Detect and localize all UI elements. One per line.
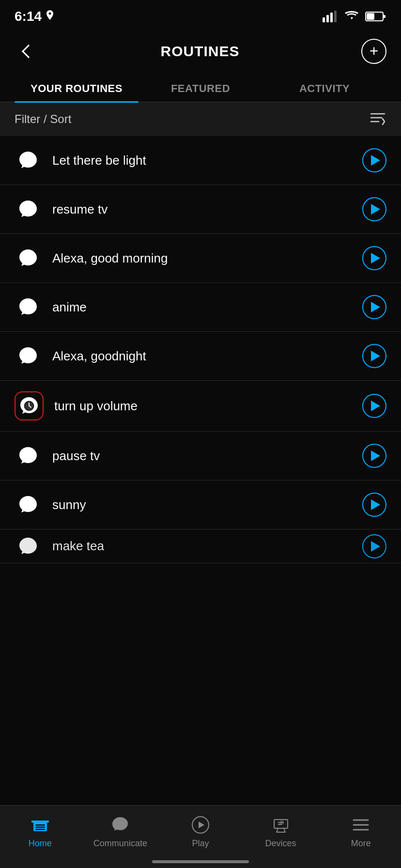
svg-rect-0 bbox=[323, 17, 325, 22]
nav-item-play[interactable]: Play bbox=[160, 814, 241, 849]
nav-item-communicate[interactable]: Communicate bbox=[80, 814, 161, 849]
routine-item[interactable]: Alexa, good morning bbox=[0, 234, 401, 283]
add-routine-button[interactable]: + bbox=[361, 39, 386, 64]
play-triangle-icon bbox=[371, 450, 380, 461]
status-icons bbox=[323, 11, 386, 22]
play-triangle-icon bbox=[371, 401, 380, 411]
tabs-bar: YOUR ROUTINES FEATURED ACTIVITY bbox=[0, 74, 401, 102]
svg-rect-5 bbox=[383, 15, 386, 18]
play-button[interactable] bbox=[362, 444, 386, 468]
play-button[interactable] bbox=[362, 493, 386, 517]
nav-label-devices: Devices bbox=[265, 838, 296, 849]
nav-label-play: Play bbox=[192, 838, 209, 849]
svg-rect-16 bbox=[46, 821, 49, 822]
routine-item[interactable]: Let there be light bbox=[0, 136, 401, 185]
nav-item-home[interactable]: Home bbox=[0, 814, 80, 849]
status-bar: 6:14 bbox=[0, 0, 401, 29]
routine-icon-chat bbox=[15, 533, 42, 560]
play-triangle-icon bbox=[371, 499, 380, 510]
routine-name: Alexa, goodnight bbox=[52, 349, 352, 364]
play-button[interactable] bbox=[362, 534, 386, 558]
location-icon bbox=[46, 10, 54, 24]
routine-item[interactable]: Alexa, goodnight bbox=[0, 332, 401, 381]
routine-item-highlighted[interactable]: turn up volume bbox=[0, 381, 401, 432]
routine-name: pause tv bbox=[52, 449, 352, 464]
routine-icon-schedule-chat bbox=[15, 391, 44, 420]
play-button[interactable] bbox=[362, 295, 386, 319]
back-chevron-icon bbox=[22, 45, 35, 58]
communicate-icon bbox=[109, 814, 131, 836]
play-button[interactable] bbox=[362, 197, 386, 221]
routine-name: Let there be light bbox=[52, 153, 352, 168]
nav-label-home: Home bbox=[29, 838, 52, 849]
routine-icon-chat bbox=[15, 147, 42, 174]
more-icon bbox=[350, 814, 371, 836]
home-icon bbox=[30, 814, 51, 836]
play-button[interactable] bbox=[362, 246, 386, 270]
bottom-navigation: Home Communicate Play bbox=[0, 805, 401, 868]
svg-marker-22 bbox=[199, 822, 204, 828]
svg-rect-1 bbox=[326, 15, 329, 22]
play-triangle-icon bbox=[371, 155, 380, 166]
nav-label-communicate: Communicate bbox=[93, 838, 147, 849]
play-triangle-icon bbox=[371, 541, 380, 552]
play-triangle-icon bbox=[371, 351, 380, 361]
play-button[interactable] bbox=[362, 394, 386, 418]
routine-name: resume tv bbox=[52, 202, 352, 217]
page-title: ROUTINES bbox=[160, 43, 239, 60]
tab-featured[interactable]: FEATURED bbox=[139, 74, 262, 102]
svg-rect-15 bbox=[31, 821, 34, 822]
svg-rect-19 bbox=[35, 827, 45, 828]
play-nav-icon bbox=[190, 814, 211, 836]
svg-rect-18 bbox=[35, 824, 45, 826]
play-button[interactable] bbox=[362, 148, 386, 172]
nav-item-devices[interactable]: Devices bbox=[241, 814, 321, 849]
sort-icon[interactable] bbox=[369, 111, 386, 127]
routine-icon-chat bbox=[15, 491, 42, 518]
routine-icon-chat bbox=[15, 294, 42, 321]
routine-item[interactable]: resume tv bbox=[0, 185, 401, 234]
routine-name: anime bbox=[52, 300, 352, 315]
play-triangle-icon bbox=[371, 204, 380, 215]
play-triangle-icon bbox=[371, 302, 380, 312]
tab-your-routines[interactable]: YOUR ROUTINES bbox=[15, 74, 139, 102]
routine-icon-chat bbox=[15, 196, 42, 223]
routine-name: make tea bbox=[52, 539, 352, 554]
signal-icon bbox=[323, 11, 338, 22]
battery-icon bbox=[365, 11, 386, 22]
wifi-icon bbox=[344, 11, 359, 22]
nav-item-more[interactable]: More bbox=[321, 814, 401, 849]
routine-icon-chat bbox=[15, 245, 42, 272]
routine-item[interactable]: pause tv bbox=[0, 432, 401, 480]
routine-name: Alexa, good morning bbox=[52, 251, 352, 266]
status-time: 6:14 bbox=[15, 9, 54, 24]
nav-label-more: More bbox=[351, 838, 371, 849]
svg-rect-3 bbox=[334, 11, 337, 22]
filter-sort-label: Filter / Sort bbox=[15, 112, 71, 126]
play-triangle-icon bbox=[371, 253, 380, 264]
svg-rect-20 bbox=[35, 829, 45, 830]
routine-list: Let there be light resume tv Alexa, good… bbox=[0, 136, 401, 563]
routine-icon-chat bbox=[15, 442, 42, 469]
home-indicator-bar bbox=[152, 860, 249, 863]
routine-item[interactable]: anime bbox=[0, 283, 401, 332]
filter-sort-bar[interactable]: Filter / Sort bbox=[0, 102, 401, 136]
routine-name: turn up volume bbox=[54, 399, 352, 414]
routine-name: sunny bbox=[52, 497, 352, 512]
routine-icon-chat bbox=[15, 342, 42, 370]
svg-rect-2 bbox=[330, 13, 333, 22]
tab-activity[interactable]: ACTIVITY bbox=[262, 74, 386, 102]
routine-item[interactable]: sunny bbox=[0, 480, 401, 529]
plus-icon: + bbox=[370, 43, 379, 59]
header: ROUTINES + bbox=[0, 29, 401, 74]
routine-item-partial[interactable]: make tea bbox=[0, 529, 401, 563]
back-button[interactable] bbox=[15, 39, 39, 63]
play-button[interactable] bbox=[362, 344, 386, 368]
svg-rect-6 bbox=[367, 13, 374, 20]
devices-icon bbox=[270, 814, 292, 836]
